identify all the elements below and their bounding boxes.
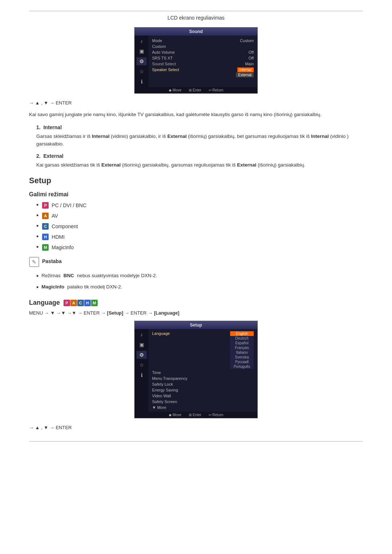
mode-label-component: Component — [52, 223, 78, 229]
setup-label-language: Language — [152, 331, 170, 369]
menu-value-mode: Custom — [240, 38, 254, 43]
lang-options: English Deutsch Español Français Italian… — [230, 331, 254, 369]
menu-label-mode: Mode — [152, 38, 162, 43]
mode-item-hdmi: H HDMI — [36, 233, 363, 241]
setup-row-language: Language English Deutsch Español Françai… — [152, 331, 254, 370]
setup-menu-screenshot: Setup ♪ ▣ ⚙ ☆ ℹ Language English — [29, 321, 363, 418]
sound-menu-body: ♪ ▣ ⚙ ☆ ℹ Mode Custom Custom — [135, 36, 257, 87]
setup-row-time: Time — [152, 370, 254, 376]
icon-sound: ♪ — [136, 37, 147, 45]
lang-badge-a: A — [70, 300, 77, 306]
sound-menu-box: Sound ♪ ▣ ⚙ ☆ ℹ Mode Custom Custom — [134, 27, 258, 94]
lang-badge-m: M — [91, 300, 98, 306]
sound-menu-title: Sound — [135, 28, 257, 36]
setup-menu-content: Language English Deutsch Español Françai… — [148, 329, 257, 412]
lang-deutsch: Deutsch — [230, 336, 254, 341]
setup-label-videowall: Video Wall — [152, 394, 171, 398]
setup-footer-move: ◆ Move — [169, 413, 181, 417]
menu-label-autovolume: Auto Volume — [152, 50, 175, 54]
menu-value-srs: Off — [249, 56, 254, 60]
sound-menu-screenshot: Sound ♪ ▣ ⚙ ☆ ℹ Mode Custom Custom — [29, 27, 363, 94]
setup-label-more: ▼ More — [152, 405, 166, 410]
intro-text: Kai savo gaminį jungiate prie namų kino,… — [29, 111, 363, 119]
menu-label-soundselect: Sound Select — [152, 62, 176, 66]
setup-label-safetyscreen: Safety Screen — [152, 399, 177, 404]
lang-badge-h: H — [84, 300, 91, 306]
note-item-2: MagicInfo palaiko tik modelį DXN-2. — [36, 283, 363, 292]
note-item-1: Režimas BNC nebus suaktyvintas modelyje … — [36, 272, 363, 281]
page-header: LCD ekrano reguliavimas — [29, 15, 363, 21]
mode-item-component: C Component — [36, 222, 363, 230]
item-1-title: 1. Internal — [36, 124, 363, 130]
menu-value-soundselect: Main — [245, 62, 254, 66]
language-header: Language P A C H M — [29, 299, 363, 307]
menu-label-srs: SRS TS XT — [152, 56, 173, 60]
nav-instruction-2: → ▲ , ▼ → ENTER — [29, 425, 363, 430]
icon-setup: ⚙ — [136, 57, 147, 65]
footer-enter: ⊞ Enter — [189, 88, 201, 92]
lang-portugues: Português — [230, 364, 254, 369]
mode-label-hdmi: HDMI — [52, 234, 65, 240]
badge-p: P — [42, 202, 49, 209]
bracket-language: [Language] — [154, 310, 179, 316]
mode-item-av: A AV — [36, 212, 363, 219]
footer-return: ↩ Return — [209, 88, 224, 92]
bottom-rule — [29, 441, 363, 442]
lang-francais: Français — [230, 345, 254, 350]
pachm-badges: P A C H M — [64, 300, 98, 306]
lang-italiano: Italiano — [230, 350, 254, 355]
setup-row-menutrans: Menu Transparency — [152, 376, 254, 381]
lang-badge-c: C — [77, 300, 84, 306]
setup-menu-footer: ◆ Move ⊞ Enter ↩ Return — [135, 412, 257, 418]
mode-item-magicinfo: M MagicInfo — [36, 243, 363, 251]
language-title: Language — [29, 299, 60, 307]
setup-label-safetylock: Safety Lock — [152, 382, 173, 386]
menu-value-autovolume: Off — [249, 50, 254, 54]
setup-menu-body: ♪ ▣ ⚙ ☆ ℹ Language English Deutsch Españ — [135, 329, 257, 412]
note-label: Pastaba — [42, 257, 62, 264]
lang-badge-p: P — [64, 300, 70, 306]
speaker-options: Internal External — [236, 67, 254, 77]
setup-icon-1: ♪ — [136, 331, 147, 338]
setup-row-safetylock: Safety Lock — [152, 381, 254, 387]
setup-row-more: ▼ More — [152, 405, 254, 410]
item-1-desc: Garsas skleidžiamas ir iš Internal (vidi… — [36, 132, 363, 148]
menu-row-custom: Custom — [152, 44, 254, 49]
menu-row-mode: Mode Custom — [152, 38, 254, 44]
bracket-setup: [Setup] — [107, 310, 123, 316]
setup-row-energysaving: Energy Saving — [152, 387, 254, 393]
icon-option: ☆ — [136, 67, 147, 75]
lang-espanol: Español — [230, 341, 254, 345]
menu-row-srs: SRS TS XT Off — [152, 55, 254, 61]
mode-label-pc: PC / DVI / BNC — [52, 202, 86, 208]
numbered-item-1: 1. Internal Garsas skleidžiamas ir iš In… — [36, 124, 363, 148]
top-rule — [29, 11, 363, 11]
setup-footer-return: ↩ Return — [209, 413, 224, 417]
lang-english: English — [230, 331, 254, 336]
setup-menu-box: Setup ♪ ▣ ⚙ ☆ ℹ Language English — [134, 321, 258, 418]
menu-path: MENU → ▼ →▼ →▼ → ENTER → [Setup] → ENTER… — [29, 310, 363, 316]
main-content: → ▲ , ▼ → ENTER Kai savo gaminį jungiate… — [29, 100, 363, 430]
badge-a: A — [42, 213, 49, 219]
mode-label-magicinfo: MagicInfo — [52, 245, 74, 250]
footer-move: ◆ Move — [169, 88, 181, 92]
setup-icon-active: ⚙ — [136, 351, 147, 359]
setup-title: Setup — [29, 176, 363, 185]
menu-icons: ♪ ▣ ⚙ ☆ ℹ — [135, 36, 148, 87]
note-box: Pastaba — [29, 257, 363, 267]
lang-svenska: Svenska — [230, 355, 254, 360]
badge-h: H — [42, 234, 49, 240]
setup-icon-5: ℹ — [136, 371, 147, 379]
icon-picture: ▣ — [136, 47, 147, 55]
setup-footer-enter: ⊞ Enter — [189, 413, 201, 417]
numbered-item-2: 2. External Kai garsas skleidžiamas tik … — [36, 153, 363, 169]
sound-menu-footer: ◆ Move ⊞ Enter ↩ Return — [135, 87, 257, 93]
speaker-external: External — [236, 73, 254, 77]
setup-icon-2: ▣ — [136, 341, 147, 349]
mode-label-av: AV — [52, 213, 58, 219]
page-title: LCD ekrano reguliavimas — [167, 15, 224, 21]
nav-instruction-1: → ▲ , ▼ → ENTER — [29, 100, 363, 106]
badge-c: C — [42, 223, 49, 230]
menu-label-custom: Custom — [152, 44, 166, 49]
menu-row-speakerselect: Speaker Select Internal External — [152, 67, 254, 78]
